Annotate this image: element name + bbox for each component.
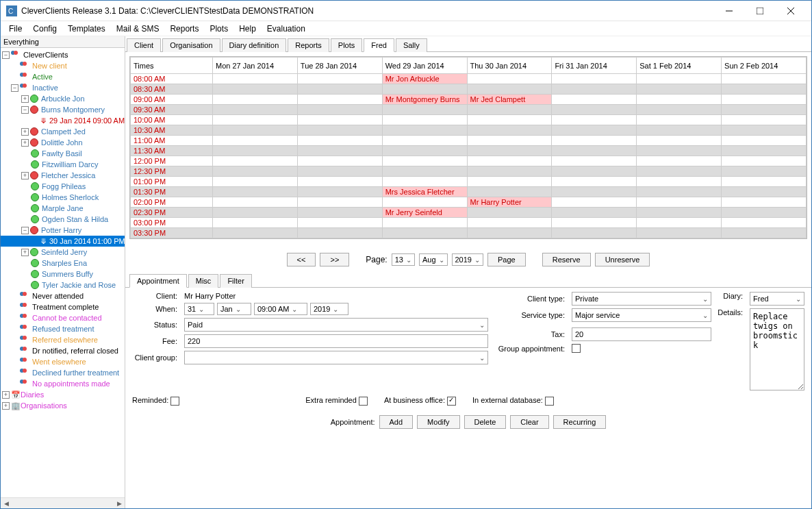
diary-cell[interactable]	[637, 95, 722, 105]
diary-cell[interactable]	[382, 146, 467, 156]
when-day-select[interactable]: 31	[184, 303, 214, 315]
time-cell[interactable]: 10:00 AM	[131, 115, 213, 125]
status-select[interactable]: Paid	[184, 318, 488, 332]
diary-cell[interactable]	[297, 187, 382, 197]
diary-cell[interactable]	[213, 228, 298, 238]
diary-cell[interactable]	[297, 228, 382, 238]
diary-cell[interactable]	[722, 197, 807, 208]
time-cell[interactable]: 01:30 PM	[131, 187, 213, 197]
close-button[interactable]	[775, 1, 806, 21]
diary-cell[interactable]	[637, 218, 722, 228]
next-page-button[interactable]: >>	[320, 253, 349, 266]
menu-evaluation[interactable]: Evaluation	[262, 23, 311, 35]
diary-cell[interactable]	[552, 228, 637, 238]
menu-mail-sms[interactable]: Mail & SMS	[111, 23, 165, 35]
diary-cell[interactable]	[382, 115, 467, 125]
menu-templates[interactable]: Templates	[62, 23, 111, 35]
time-cell[interactable]: 10:30 AM	[131, 125, 213, 136]
diary-cell[interactable]	[637, 146, 722, 156]
time-cell[interactable]: 11:30 AM	[131, 146, 213, 156]
diary-cell[interactable]: Mr Jon Arbuckle	[382, 74, 467, 84]
diary-cell[interactable]	[637, 84, 722, 95]
collapse-icon[interactable]: −	[21, 227, 29, 234]
diary-cell[interactable]	[213, 166, 298, 177]
diary-cell[interactable]	[467, 166, 552, 177]
diary-cell[interactable]	[467, 136, 552, 146]
diary-cell[interactable]: Mr Montgomery Burns	[382, 95, 467, 105]
diary-cell[interactable]	[382, 105, 467, 115]
tree-client-clampett[interactable]: +Clampett Jed	[1, 126, 125, 137]
group-appt-checkbox[interactable]	[572, 344, 581, 353]
diary-cell[interactable]	[297, 95, 382, 105]
diary-cell[interactable]	[297, 84, 382, 95]
diary-cell[interactable]	[213, 208, 298, 218]
diary-cell[interactable]	[467, 74, 552, 84]
diary-cell[interactable]	[297, 146, 382, 156]
time-cell[interactable]: 03:30 PM	[131, 228, 213, 238]
delete-button[interactable]: Delete	[464, 415, 507, 429]
diary-cell[interactable]	[213, 74, 298, 84]
diary-cell[interactable]	[722, 115, 807, 125]
diary-cell[interactable]: Mr Jed Clampett	[467, 95, 552, 105]
unreserve-button[interactable]: Unreserve	[595, 253, 650, 266]
tree[interactable]: −CleverClients New client Active −Inacti…	[1, 48, 125, 497]
diary-cell[interactable]	[467, 115, 552, 125]
tree-appt-burns[interactable]: ⤋29 Jan 2014 09:00 AM	[1, 115, 125, 126]
tree-client-marple[interactable]: Marple Jane	[1, 203, 125, 214]
tree-client-fletcher[interactable]: +Fletcher Jessica	[1, 170, 125, 181]
diary-cell[interactable]	[637, 166, 722, 177]
time-cell[interactable]: 09:00 AM	[131, 95, 213, 105]
diary-cell[interactable]	[297, 177, 382, 187]
diary-cell[interactable]	[382, 125, 467, 136]
time-cell[interactable]: 12:30 PM	[131, 166, 213, 177]
diary-cell[interactable]	[467, 146, 552, 156]
diary-cell[interactable]	[722, 84, 807, 95]
diary-cell[interactable]	[722, 187, 807, 197]
diary-row[interactable]: 03:30 PM	[131, 228, 807, 238]
diary-cell[interactable]	[213, 156, 298, 166]
expand-icon[interactable]: +	[2, 402, 10, 410]
page-month-select[interactable]: Aug	[419, 253, 448, 266]
diary-row[interactable]: 08:30 AM	[131, 84, 807, 95]
diary-cell[interactable]	[297, 208, 382, 218]
expand-icon[interactable]: +	[21, 95, 29, 103]
diary-cell[interactable]	[637, 197, 722, 208]
diary-cell[interactable]	[722, 74, 807, 84]
diary-cell[interactable]	[722, 218, 807, 228]
diary-cell[interactable]	[382, 136, 467, 146]
tab-plots[interactable]: Plots	[331, 38, 362, 52]
diary-cell[interactable]: Mr Jerry Seinfeld	[382, 208, 467, 218]
tree-cat-cannot[interactable]: Cannot be contacted	[1, 312, 125, 323]
diary-cell[interactable]	[213, 95, 298, 105]
diary-cell[interactable]	[467, 84, 552, 95]
tree-client-holmes[interactable]: Holmes Sherlock	[1, 192, 125, 203]
office-checkbox[interactable]	[447, 397, 456, 406]
diary-row[interactable]: 10:30 AM	[131, 125, 807, 136]
expand-icon[interactable]: +	[21, 128, 29, 136]
page-year-select[interactable]: 2019	[452, 253, 483, 266]
diary-cell[interactable]	[722, 177, 807, 187]
diary-cell[interactable]	[467, 105, 552, 115]
time-cell[interactable]: 11:00 AM	[131, 136, 213, 146]
time-cell[interactable]: 12:00 PM	[131, 156, 213, 166]
extra-reminded-checkbox[interactable]	[359, 397, 368, 406]
expand-icon[interactable]: +	[2, 391, 10, 399]
diary-cell[interactable]	[552, 115, 637, 125]
diary-cell[interactable]	[467, 218, 552, 228]
tree-cat-declined[interactable]: Declined further treatment	[1, 367, 125, 378]
diary-cell[interactable]	[213, 115, 298, 125]
collapse-icon[interactable]: −	[11, 84, 18, 92]
tree-client-summers[interactable]: Summers Buffy	[1, 269, 125, 280]
tree-client-sharples[interactable]: Sharples Ena	[1, 258, 125, 269]
tree-client-potter[interactable]: −Potter Harry	[1, 225, 125, 236]
diary-row[interactable]: 02:00 PMMr Harry Potter	[131, 197, 807, 208]
prev-page-button[interactable]: <<	[287, 253, 316, 266]
maximize-button[interactable]	[744, 1, 775, 21]
diary-cell[interactable]	[722, 208, 807, 218]
diary-cell[interactable]	[213, 218, 298, 228]
tree-cat-referred[interactable]: Referred elsewhere	[1, 334, 125, 345]
diary-cell[interactable]	[552, 74, 637, 84]
tree-cat-noappt[interactable]: No appointments made	[1, 378, 125, 389]
recurring-button[interactable]: Recurring	[553, 415, 607, 429]
diary-cell[interactable]	[382, 218, 467, 228]
